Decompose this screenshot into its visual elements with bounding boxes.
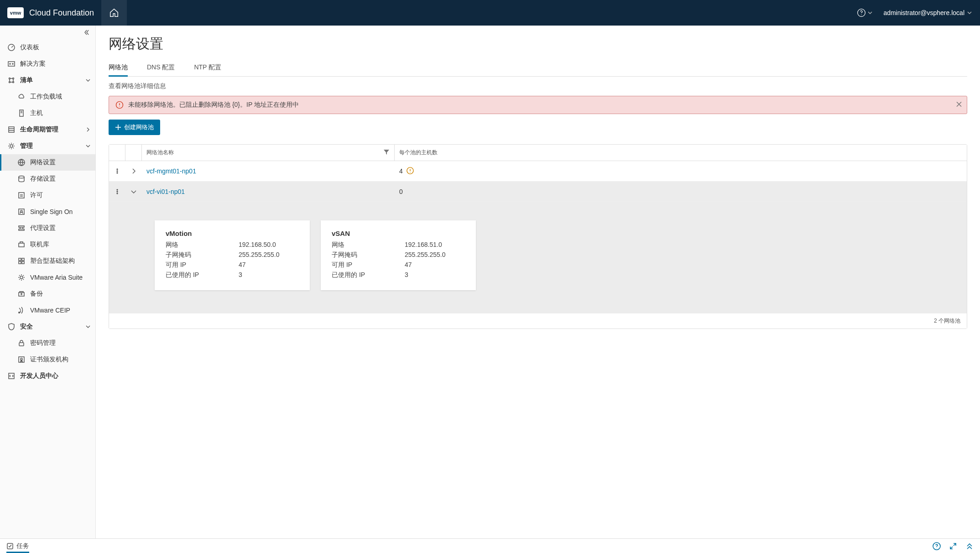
sidebar-item-aria[interactable]: VMware Aria Suite [0,269,95,286]
svg-point-51 [117,191,118,192]
page-subtext: 查看网络池详细信息 [109,82,967,90]
col-expand [125,145,142,161]
sidebar-item-network[interactable]: 网络设置 [0,154,95,171]
network-pool-link[interactable]: vcf-mgmt01-np01 [146,167,196,175]
table-header: 网络池名称 每个池的主机数 [109,145,967,161]
sidebar-item-solutions[interactable]: 解决方案 [0,56,95,72]
svg-point-45 [117,171,118,172]
sidebar-item-admin[interactable]: 管理 [0,138,95,154]
home-icon [109,8,119,18]
cell-hosts: 0 [395,182,967,202]
row-expand-button[interactable] [125,161,142,181]
tab-pool[interactable]: 网络池 [109,60,128,76]
network-pool-link[interactable]: vcf-vi01-np01 [146,188,185,195]
sidebar-item-storage[interactable]: 存储设置 [0,171,95,187]
sidebar-item-label: 安全 [20,323,33,331]
kv-label: 可用 IP [166,261,239,269]
sidebar-item-inventory[interactable]: 清单 [0,72,95,89]
sidebar-item-proxy[interactable]: 代理设置 [0,220,95,236]
sidebar-item-workload[interactable]: 工作负载域 [0,89,95,105]
collapse-up-icon[interactable] [965,542,974,550]
svg-rect-29 [19,261,21,264]
user-menu-button[interactable]: administrator@vsphere.local [883,9,972,16]
col-actions [109,145,125,161]
expand-panel: vMotion网络192.168.50.0子网掩码255.255.255.0可用… [109,202,967,313]
sidebar-item-composable[interactable]: 塑合型基础架构 [0,253,95,269]
sidebar-item-sso[interactable]: Single Sign On [0,203,95,220]
sidebar-item-label: 仪表板 [20,43,39,52]
svg-point-46 [117,172,118,173]
sidebar-item-license[interactable]: 许可 [0,187,95,203]
sidebar-item-hosts[interactable]: 主机 [0,105,95,121]
sidebar-item-certs[interactable]: 证书颁发机构 [0,351,95,368]
tasks-tab[interactable]: 任务 [6,539,29,553]
row-actions-button[interactable] [109,182,125,202]
kv-label: 子网掩码 [332,251,405,259]
svg-rect-13 [9,127,14,132]
expand-icon[interactable] [949,542,957,550]
svg-rect-33 [19,343,24,346]
row-actions-button[interactable] [109,161,125,181]
certs-icon [17,355,26,364]
tab-ntp[interactable]: NTP 配置 [194,60,221,76]
svg-point-5 [12,63,13,64]
composable-icon [17,257,26,265]
sidebar-item-security[interactable]: 安全 [0,318,95,335]
sidebar-item-label: 解决方案 [20,60,46,68]
nav: 仪表板解决方案清单工作负载域主机生命周期管理管理网络设置存储设置许可Single… [0,39,95,538]
pwdmgmt-icon [17,339,26,347]
row-expand-button[interactable] [125,182,142,202]
create-network-pool-button[interactable]: 创建网络池 [109,120,160,135]
kv-label: 已使用的 IP [332,271,405,279]
sidebar-item-backup[interactable]: 备份 [0,286,95,302]
cell-name: vcf-mgmt01-np01 [142,161,395,181]
filter-icon [383,149,390,155]
sidebar-item-label: 存储设置 [30,175,56,183]
main-shell: 仪表板解决方案清单工作负载域主机生命周期管理管理网络设置存储设置许可Single… [0,26,980,538]
info-icon[interactable] [407,167,414,176]
kv-label: 已使用的 IP [166,271,239,279]
alert-close-button[interactable] [956,101,962,109]
sidebar-item-label: VMware Aria Suite [30,274,83,281]
tab-dns[interactable]: DNS 配置 [147,60,175,76]
close-icon [956,101,962,108]
expanded-detail: vMotion网络192.168.50.0子网掩码255.255.255.0可用… [109,202,967,313]
svg-rect-3 [8,62,15,66]
table-row: vcf-mgmt01-np014 [109,161,967,182]
hosts-icon [17,109,26,117]
dashboard-icon [7,43,16,52]
sidebar-collapse-button[interactable] [0,26,95,39]
home-button[interactable] [101,0,127,26]
help-button[interactable] [857,8,872,17]
col-hosts[interactable]: 每个池的主机数 [395,145,967,161]
sidebar-item-devcenter[interactable]: 开发人员中心 [0,368,95,384]
page-title: 网络设置 [109,35,967,53]
alert-text: 未能移除网络池。已阻止删除网络池 {0}。IP 地址正在使用中 [128,101,299,109]
chevron-down-icon [967,10,972,15]
error-icon [115,101,124,109]
svg-rect-10 [20,110,23,116]
filter-button[interactable] [383,149,390,157]
sidebar-item-label: 管理 [20,142,33,150]
sidebar-item-ceip[interactable]: VMware CEIP [0,302,95,318]
chevron-right-icon [130,168,137,174]
proxy-icon [17,224,26,232]
solutions-icon [7,60,16,68]
sidebar-item-dashboard[interactable]: 仪表板 [0,39,95,56]
user-label: administrator@vsphere.local [883,9,964,16]
help-bottom-icon[interactable] [933,542,941,550]
col-name[interactable]: 网络池名称 [142,145,395,161]
sso-icon [17,208,26,216]
cell-name: vcf-vi01-np01 [142,182,395,202]
onlinelib-icon [17,240,26,249]
sidebar-item-lcm[interactable]: 生命周期管理 [0,121,95,138]
sidebar-item-onlinelib[interactable]: 联机库 [0,236,95,253]
card-title: vSAN [332,230,465,237]
kv-label: 网络 [332,241,405,249]
kebab-icon [114,188,120,195]
sidebar-item-pwdmgmt[interactable]: 密码管理 [0,335,95,351]
chevron-down-icon [130,188,137,195]
backup-icon [17,290,26,298]
svg-rect-27 [19,258,21,261]
detail-card: vSAN网络192.168.51.0子网掩码255.255.255.0可用 IP… [321,220,476,290]
